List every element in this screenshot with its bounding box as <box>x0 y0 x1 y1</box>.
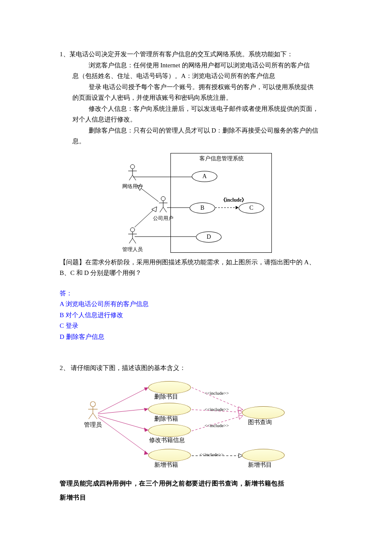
include-label-1: <<include>> <box>205 389 229 397</box>
svg-point-40 <box>90 402 95 407</box>
answer-label: 答： <box>60 288 332 299</box>
actor-icon <box>87 401 99 420</box>
answer-c: C 登录 <box>60 321 332 332</box>
uc-modify-book-label: 修改书籍信息 <box>149 435 185 445</box>
use-case-a: A <box>192 171 217 182</box>
answer-b: B 对个人信息进行修改 <box>60 310 332 321</box>
use-case-diagram-1: 客户信息管理系统 <box>119 151 273 254</box>
svg-line-22 <box>129 238 133 243</box>
actor-network-user: 网络用户 <box>122 164 143 191</box>
svg-marker-29 <box>144 428 148 432</box>
include-label: 《include》 <box>221 196 247 204</box>
svg-marker-37 <box>239 415 243 419</box>
uc-add-category-label: 新增书目 <box>248 460 272 470</box>
q2-conclusion-l2: 新增书目 <box>60 492 332 503</box>
q2-prefix: 2、 请仔细阅读下图，描述该图的基本含义： <box>60 363 332 374</box>
svg-line-23 <box>133 238 136 243</box>
answer-a: A 浏览电话公司所有的客户信息 <box>60 299 332 310</box>
uc-query-book-label: 图书查询 <box>248 417 272 428</box>
actor-network-user-label: 网络用户 <box>122 182 143 191</box>
q1-prefix: 1、某电话公司决定开发一个管理所有客户信息的交互式网络系统。系统功能如下： <box>60 49 332 60</box>
q1-p1: 浏览客户信息：任何使用 Internet 的网络用户都可以浏览电话公司所有的客户… <box>72 60 332 71</box>
uc-delete-book-label: 删除书籍 <box>154 414 178 424</box>
q1-p1b: 息（包括姓名、住址、电话号码等）。A：浏览电话公司所有的客户信息 <box>72 71 332 82</box>
svg-marker-33 <box>238 407 243 411</box>
q1-p4b: 息。 <box>72 136 332 147</box>
svg-marker-27 <box>144 408 148 411</box>
svg-marker-31 <box>144 451 148 455</box>
svg-line-13 <box>133 175 136 180</box>
svg-line-17 <box>160 207 163 212</box>
q1-p2b: 的页面设置个人密码，并使用该账号和密码向系统注册。 <box>72 92 332 104</box>
q1: 1、某电话公司决定开发一个管理所有客户信息的交互式网络系统。系统功能如下： 浏览… <box>60 49 332 342</box>
include-label-3: <<include>> <box>205 422 229 430</box>
q1-p2: 登录 电话公司授予每个客户一个账号。拥有授权账号的客户，可以使用系统提供 <box>72 82 332 93</box>
svg-point-9 <box>130 165 135 169</box>
actor-admin: 管理人员 <box>122 227 143 254</box>
actor-icon <box>127 227 138 244</box>
include-label-2: <<include>> <box>205 405 229 413</box>
uc-add-book-label: 新增书籍 <box>154 460 178 470</box>
actor-icon <box>127 164 138 181</box>
svg-line-44 <box>93 413 97 419</box>
svg-line-12 <box>129 175 133 180</box>
actor-company-user: 公司用户 <box>153 196 174 223</box>
actor-admin-label: 管理人员 <box>122 245 143 254</box>
actor-admin2: 管理员 <box>80 401 106 430</box>
q1-p4: 删除客户信息：只有公司的管理人员才可以 D：删除不再接受公司服务的客户的信 <box>72 125 332 136</box>
answer-d: D 删除客户信息 <box>60 332 332 343</box>
svg-line-18 <box>163 207 167 212</box>
actor-icon <box>158 196 168 213</box>
q2-conclusion-l1: 管理员能完成四种用例中，在三个用例之前都要进行图书查询，新增书籍包括 <box>60 478 332 489</box>
svg-marker-25 <box>144 387 148 391</box>
system-title: 客户信息管理系统 <box>179 154 264 163</box>
use-case-b: B <box>190 202 215 214</box>
q2: 2、 请仔细阅读下图，描述该图的基本含义： <box>60 363 332 503</box>
uc-delete-category-label: 删除书目 <box>154 392 178 402</box>
include-label-4: <<include>> <box>199 451 224 459</box>
q1-question-l2: B、C 和 D 分别是哪个用例？ <box>60 268 332 279</box>
use-case-diagram-2: 管理员 删除书目 删除书籍 修改书籍信息 新增书籍 图书查询 新增书目 <<in… <box>81 379 294 473</box>
svg-point-14 <box>161 197 165 201</box>
svg-point-19 <box>130 228 135 232</box>
actor-company-user-label: 公司用户 <box>153 214 174 223</box>
q1-question-l1: 【问题】在需求分析阶段，采用用例图描述系统功能需求，如上图所示，请指出图中的 A… <box>60 257 332 268</box>
use-case-d: D <box>196 231 222 243</box>
actor-admin2-label: 管理员 <box>80 420 106 430</box>
q1-p3b: 对个人信息进行修改。 <box>72 114 332 125</box>
q1-p3: 修改个人信息：客户向系统注册后，可以发送电子邮件或者使用系统提供的页面， <box>72 104 332 115</box>
svg-line-43 <box>89 413 93 419</box>
